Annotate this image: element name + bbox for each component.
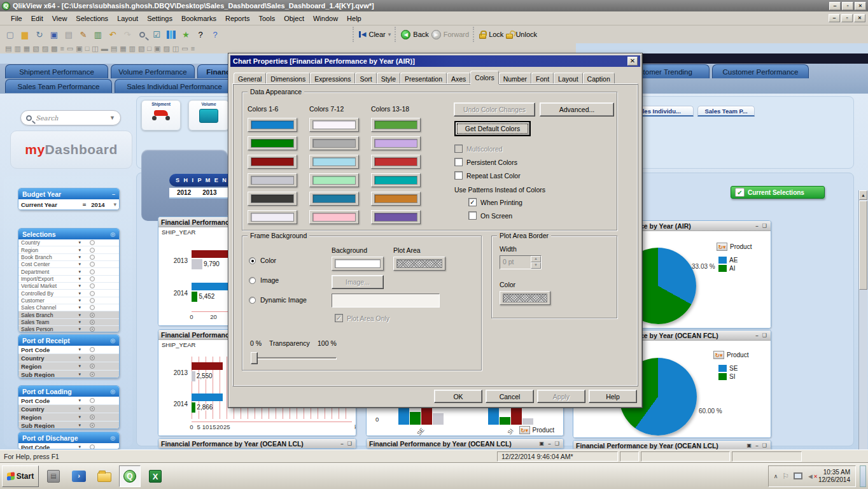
color-swatch-button[interactable] <box>248 136 297 150</box>
cycle-icon[interactable]: ↻▾ <box>519 426 530 434</box>
undo-icon[interactable]: ↶ <box>106 28 119 41</box>
tab-customer-performance[interactable]: Customer Performance <box>712 64 809 78</box>
listbox-row-sales-branch[interactable]: Sales Branch▾ <box>18 311 119 318</box>
dialog-tab-presentation[interactable]: Presentation <box>400 73 447 84</box>
scrollbar-thumb[interactable] <box>859 201 867 290</box>
design-tool-icon[interactable]: ≡ <box>60 45 64 52</box>
color-swatch-button[interactable] <box>371 192 421 206</box>
bar[interactable] <box>433 413 444 425</box>
mdi-minimize-icon[interactable]: – <box>829 14 840 22</box>
tray-clock[interactable]: 10:35 AM12/26/2014 <box>818 469 850 484</box>
design-tool-icon[interactable]: ≡ <box>191 45 195 52</box>
dialog-titlebar[interactable]: Chart Properties [Financial Performance … <box>230 55 640 67</box>
bar[interactable] <box>192 393 223 401</box>
menu-file[interactable]: File <box>6 13 27 24</box>
chevron-down-icon[interactable]: ▾ <box>388 31 391 38</box>
menu-help[interactable]: Help <box>342 13 366 24</box>
bar[interactable] <box>500 417 510 425</box>
color-swatch-button[interactable] <box>248 118 297 132</box>
new-document-icon[interactable]: ▢ <box>4 28 17 41</box>
listbox-row-vertical-market[interactable]: Vertical Market▾ <box>18 283 119 290</box>
budget-year-row[interactable]: Current Year = 2014 ▾ <box>18 199 119 210</box>
menu-settings[interactable]: Settings <box>143 13 177 24</box>
tray-speaker-muted-icon[interactable]: ◄ <box>807 472 814 480</box>
tab-shipment-performance[interactable]: Shipment Performance <box>5 64 108 78</box>
copy-sheet-icon[interactable]: ▥ <box>92 28 104 41</box>
help-button[interactable]: Help <box>589 390 637 403</box>
bar[interactable] <box>192 250 228 258</box>
design-tool-icon[interactable]: ▣ <box>154 45 160 53</box>
transparency-slider[interactable] <box>251 357 337 360</box>
dialog-tab-sort[interactable]: Sort <box>355 73 376 84</box>
tray-chevron-icon[interactable]: ∧ <box>774 473 778 479</box>
inner-tab-sales-team[interactable]: Sales Team P... <box>697 106 755 117</box>
search-input[interactable]: Search ▼ <box>20 110 121 125</box>
listbox-row-sales-person[interactable]: Sales Person▾ <box>18 326 119 332</box>
bar[interactable] <box>192 283 228 290</box>
bar[interactable] <box>192 292 197 302</box>
listbox-row-region[interactable]: Region▾ <box>18 413 119 422</box>
listbox-row-sub-region[interactable]: Sub Region▾ <box>18 422 119 429</box>
transparency-slider-thumb[interactable] <box>251 352 258 364</box>
mdi-close-icon[interactable]: × <box>854 14 865 22</box>
forward-button[interactable]: Forward <box>444 31 469 38</box>
border-color-button[interactable] <box>500 291 550 305</box>
color-swatch-button[interactable] <box>371 155 421 169</box>
color-swatch-button[interactable] <box>309 210 359 224</box>
menu-bookmarks[interactable]: Bookmarks <box>177 13 221 24</box>
legend-item-ae[interactable]: AE <box>718 257 738 264</box>
design-tool-icon[interactable]: ▧ <box>32 45 39 53</box>
color-swatch-button[interactable] <box>309 155 359 169</box>
color-swatch-button[interactable] <box>309 118 359 132</box>
bookmark-star-icon[interactable]: ★ <box>179 28 192 41</box>
color-swatch-button[interactable] <box>248 210 297 224</box>
scroll-up-icon[interactable]: ▲ <box>859 190 867 200</box>
listbox-row-sales-team[interactable]: Sales Team▾ <box>18 319 119 326</box>
color-swatch-button[interactable] <box>248 192 297 206</box>
plot-area-color-button[interactable] <box>393 257 445 271</box>
design-tool-icon[interactable]: ▥ <box>14 45 20 53</box>
tray-flag-icon[interactable]: ⚐ <box>782 472 789 481</box>
restore-icon[interactable]: ▫ <box>842 2 853 10</box>
dialog-tab-colors[interactable]: Colors <box>470 71 498 84</box>
listbox-row-country[interactable]: Country▾ <box>18 405 119 413</box>
bar[interactable] <box>410 412 421 425</box>
legend-item-ai[interactable]: AI <box>718 265 738 272</box>
bar[interactable] <box>192 362 223 370</box>
tab-sales-individual-performance[interactable]: Sales Individual Performance <box>115 79 234 93</box>
cancel-button[interactable]: Cancel <box>486 390 534 403</box>
port-of-loading-caption[interactable]: Port of Loading◎ <box>18 386 119 397</box>
reload-icon[interactable]: ↻ <box>33 28 46 41</box>
listbox-row-port-code[interactable]: Port Code▾ <box>18 397 119 405</box>
listbox-row-cost-center[interactable]: Cost Center▾ <box>18 261 119 268</box>
listbox-row-department[interactable]: Department▾ <box>18 268 119 275</box>
checkbox-repeat-last-color[interactable]: Repeat Last Color <box>454 171 521 180</box>
menu-selections[interactable]: Selections <box>71 13 113 24</box>
legend-item-se[interactable]: SE <box>718 365 738 372</box>
color-swatch-button[interactable] <box>371 173 421 187</box>
dialog-tab-style[interactable]: Style <box>377 73 400 84</box>
design-tool-icon[interactable]: ▭ <box>67 45 73 53</box>
menu-layout[interactable]: Layout <box>113 13 143 24</box>
lock-button[interactable]: Lock Unlock <box>473 27 537 42</box>
bar[interactable] <box>522 418 533 425</box>
checkbox-when-printing[interactable]: When Printing <box>468 198 522 206</box>
menu-reports[interactable]: Reports <box>221 13 255 24</box>
start-button[interactable]: Start <box>2 465 39 487</box>
taskbar-excel-icon[interactable]: X <box>144 465 166 487</box>
chart-caption[interactable]: Financial Performance by Year (OCEAN LCL… <box>573 441 771 450</box>
listbox-row-country[interactable]: Country▾ <box>18 239 119 246</box>
radio-color[interactable]: Color <box>249 257 307 264</box>
search-icon[interactable] <box>136 28 148 41</box>
color-swatch-button[interactable] <box>309 173 359 187</box>
bar[interactable] <box>192 371 195 381</box>
dialog-tab-expressions[interactable]: Expressions <box>310 73 355 84</box>
listbox-row-controlled-by[interactable]: Controlled By▾ <box>18 290 119 297</box>
bar[interactable] <box>192 402 195 413</box>
dialog-tab-font[interactable]: Font <box>531 73 554 84</box>
mdi-restore-icon[interactable]: ▫ <box>841 14 853 22</box>
help-icon[interactable]: ? <box>194 28 207 41</box>
dialog-tab-dimensions[interactable]: Dimensions <box>266 73 310 84</box>
design-tool-icon[interactable]: ◫ <box>92 45 98 53</box>
design-tool-icon[interactable]: ▨ <box>163 45 169 53</box>
